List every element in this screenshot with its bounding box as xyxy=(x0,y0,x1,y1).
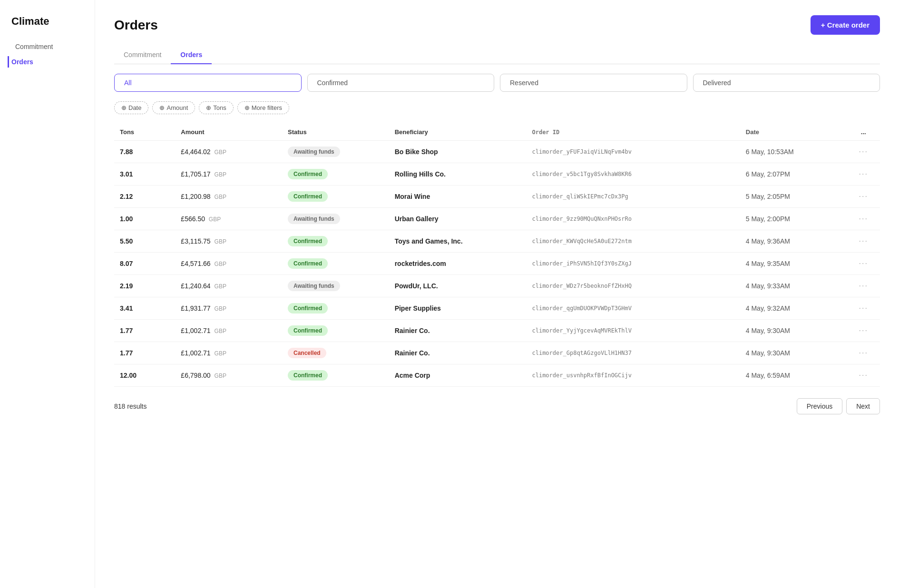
cell-tons: 2.19 xyxy=(114,275,175,297)
col-header-tons: Tons xyxy=(114,124,175,141)
row-actions-menu[interactable]: ··· xyxy=(859,215,868,223)
chip-more-filters[interactable]: ⊕ More filters xyxy=(237,101,289,114)
cell-tons: 8.07 xyxy=(114,253,175,275)
cell-actions[interactable]: ··· xyxy=(847,253,880,275)
cell-tons: 2.12 xyxy=(114,186,175,208)
row-actions-menu[interactable]: ··· xyxy=(859,237,868,245)
amount-value: £4,464.02 xyxy=(181,148,210,156)
currency-label: GBP xyxy=(215,238,226,245)
cell-date: 5 May, 2:05PM xyxy=(740,186,847,208)
col-header-actions: ... xyxy=(847,124,880,141)
cell-orderid: climorder_qliWSkIEPmc7cDx3Pg xyxy=(526,186,740,208)
top-bar: Orders + Create order xyxy=(114,15,880,35)
cell-actions[interactable]: ··· xyxy=(847,141,880,163)
table-row: 7.88 £4,464.02 GBP Awaiting funds Bo Bik… xyxy=(114,141,880,163)
cell-tons: 3.01 xyxy=(114,163,175,186)
orders-table: Tons Amount Status Beneficiary Order ID … xyxy=(114,124,880,387)
chip-amount[interactable]: ⊕ Amount xyxy=(152,101,195,114)
col-header-date: Date xyxy=(740,124,847,141)
amount-value: £1,931.77 xyxy=(181,304,210,312)
plus-icon: ⊕ xyxy=(244,104,250,111)
row-actions-menu[interactable]: ··· xyxy=(859,192,868,200)
row-actions-menu[interactable]: ··· xyxy=(859,371,868,379)
sidebar-item-commitment[interactable]: Commitment xyxy=(11,41,83,52)
cell-actions[interactable]: ··· xyxy=(847,230,880,253)
col-header-beneficiary: Beneficiary xyxy=(389,124,527,141)
filter-delivered[interactable]: Delivered xyxy=(693,74,880,92)
row-actions-menu[interactable]: ··· xyxy=(859,326,868,334)
chip-more-label: More filters xyxy=(252,104,282,111)
cell-tons: 1.77 xyxy=(114,320,175,342)
create-order-button[interactable]: + Create order xyxy=(811,15,880,35)
sidebar-link-commitment[interactable]: Commitment xyxy=(11,41,83,52)
currency-label: GBP xyxy=(209,216,221,223)
cell-beneficiary: Morai Wine xyxy=(389,186,527,208)
sidebar-item-orders[interactable]: Orders xyxy=(11,56,83,68)
status-badge: Awaiting funds xyxy=(288,214,340,224)
next-button[interactable]: Next xyxy=(846,398,880,414)
sidebar-nav: Commitment Orders xyxy=(11,41,83,68)
cell-actions[interactable]: ··· xyxy=(847,208,880,230)
cell-amount: £1,200.98 GBP xyxy=(175,186,282,208)
cell-status: Confirmed xyxy=(282,364,389,387)
amount-value: £4,571.66 xyxy=(181,260,210,267)
table-row: 12.00 £6,798.00 GBP Confirmed Acme Corp … xyxy=(114,364,880,387)
cell-actions[interactable]: ··· xyxy=(847,364,880,387)
status-badge: Confirmed xyxy=(288,325,328,336)
status-badge: Awaiting funds xyxy=(288,281,340,291)
table-row: 8.07 £4,571.66 GBP Confirmed rocketrides… xyxy=(114,253,880,275)
previous-button[interactable]: Previous xyxy=(797,398,842,414)
cell-amount: £1,240.64 GBP xyxy=(175,275,282,297)
tab-commitment[interactable]: Commitment xyxy=(114,46,171,64)
row-actions-menu[interactable]: ··· xyxy=(859,259,868,267)
cell-date: 4 May, 9:30AM xyxy=(740,342,847,364)
row-actions-menu[interactable]: ··· xyxy=(859,304,868,312)
cell-actions[interactable]: ··· xyxy=(847,342,880,364)
currency-label: GBP xyxy=(215,305,226,312)
cell-status: Confirmed xyxy=(282,320,389,342)
filter-chips: ⊕ Date ⊕ Amount ⊕ Tons ⊕ More filters xyxy=(114,101,880,114)
table-row: 3.01 £1,705.17 GBP Confirmed Rolling Hil… xyxy=(114,163,880,186)
table-row: 3.41 £1,931.77 GBP Confirmed Piper Suppl… xyxy=(114,297,880,320)
sidebar-link-orders[interactable]: Orders xyxy=(8,56,83,68)
cell-amount: £6,798.00 GBP xyxy=(175,364,282,387)
cell-orderid: climorder_WDz7r5beoknoFfZHxHQ xyxy=(526,275,740,297)
row-actions-menu[interactable]: ··· xyxy=(859,349,868,357)
cell-status: Confirmed xyxy=(282,163,389,186)
cell-orderid: climorder_YyjYgcevAqMVREkThlV xyxy=(526,320,740,342)
table-row: 1.00 £566.50 GBP Awaiting funds Urban Ga… xyxy=(114,208,880,230)
tab-orders[interactable]: Orders xyxy=(171,46,212,64)
cell-amount: £3,115.75 GBP xyxy=(175,230,282,253)
cell-date: 6 May, 2:07PM xyxy=(740,163,847,186)
row-actions-menu[interactable]: ··· xyxy=(859,170,868,178)
cell-amount: £1,931.77 GBP xyxy=(175,297,282,320)
pagination-buttons: Previous Next xyxy=(797,398,880,414)
currency-label: GBP xyxy=(215,283,226,290)
chip-date[interactable]: ⊕ Date xyxy=(114,101,148,114)
cell-actions[interactable]: ··· xyxy=(847,163,880,186)
amount-value: £1,002.71 xyxy=(181,349,210,357)
amount-value: £3,115.75 xyxy=(181,237,210,245)
row-actions-menu[interactable]: ··· xyxy=(859,147,868,156)
main-content: Orders + Create order Commitment Orders … xyxy=(95,0,899,588)
cell-beneficiary: Urban Gallery xyxy=(389,208,527,230)
cell-actions[interactable]: ··· xyxy=(847,186,880,208)
amount-value: £1,002.71 xyxy=(181,327,210,334)
cell-orderid: climorder_iPhSVN5hIQf3Y0sZXgJ xyxy=(526,253,740,275)
filter-all[interactable]: All xyxy=(114,74,302,92)
filter-reserved[interactable]: Reserved xyxy=(500,74,687,92)
cell-actions[interactable]: ··· xyxy=(847,297,880,320)
cell-amount: £4,464.02 GBP xyxy=(175,141,282,163)
cell-status: Confirmed xyxy=(282,186,389,208)
plus-icon: ⊕ xyxy=(206,104,211,111)
cell-actions[interactable]: ··· xyxy=(847,320,880,342)
row-actions-menu[interactable]: ··· xyxy=(859,282,868,290)
amount-value: £566.50 xyxy=(181,215,205,223)
filter-confirmed[interactable]: Confirmed xyxy=(307,74,495,92)
cell-status: Confirmed xyxy=(282,297,389,320)
amount-value: £1,705.17 xyxy=(181,170,210,178)
tabs: Commitment Orders xyxy=(114,46,880,64)
cell-actions[interactable]: ··· xyxy=(847,275,880,297)
chip-tons[interactable]: ⊕ Tons xyxy=(199,101,233,114)
cell-tons: 3.41 xyxy=(114,297,175,320)
